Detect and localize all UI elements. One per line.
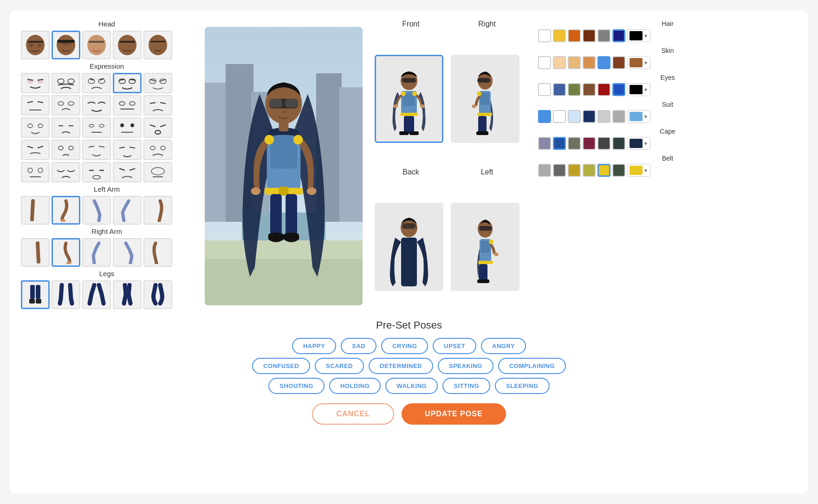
left-arm-3[interactable] <box>82 196 111 225</box>
suit-darkblue[interactable] <box>583 110 596 123</box>
eyes-hazel[interactable] <box>583 83 596 96</box>
hair-color-dropdown[interactable]: ▼ <box>627 29 650 42</box>
left-arm-2[interactable] <box>52 196 80 225</box>
expr-16[interactable] <box>21 140 50 160</box>
skin-tan[interactable] <box>583 56 596 69</box>
cape-olive[interactable] <box>568 137 581 150</box>
eyes-blue[interactable] <box>553 83 566 96</box>
expr-12[interactable] <box>52 117 80 138</box>
expr-19[interactable] <box>113 140 142 160</box>
belt-yellow[interactable] <box>583 164 596 177</box>
skin-peach[interactable] <box>568 56 581 69</box>
skin-blue[interactable] <box>597 56 610 69</box>
right-arm-4[interactable] <box>113 238 142 267</box>
cancel-button[interactable]: CANCEL <box>312 403 394 425</box>
suit-white[interactable] <box>553 110 566 123</box>
expr-8[interactable] <box>82 95 111 116</box>
eyes-white[interactable] <box>538 83 551 96</box>
expr-15[interactable] <box>143 117 172 138</box>
head-option-5[interactable] <box>143 31 172 59</box>
head-option-3[interactable] <box>82 31 111 59</box>
pose-determined[interactable]: DETERMINED <box>369 358 433 374</box>
pose-scared[interactable]: SCARED <box>315 358 364 374</box>
skin-color-dropdown[interactable]: ▼ <box>627 56 650 69</box>
belt-brightyellow[interactable] <box>597 164 610 177</box>
left-arm-1[interactable] <box>21 196 50 225</box>
expr-14[interactable] <box>113 117 142 138</box>
eyes-red[interactable] <box>597 83 610 96</box>
pose-angry[interactable]: ANGRY <box>481 338 526 354</box>
right-arm-1[interactable] <box>21 238 50 267</box>
legs-3[interactable] <box>82 280 111 309</box>
expr-24[interactable] <box>113 162 142 182</box>
hair-color-white[interactable] <box>538 29 551 42</box>
expr-7[interactable] <box>52 95 80 116</box>
hair-color-yellow[interactable] <box>553 29 566 42</box>
hair-color-darkblue[interactable] <box>612 29 625 42</box>
update-pose-button[interactable]: UPDATE POSE <box>402 403 506 425</box>
expr-11[interactable] <box>21 117 50 138</box>
head-option-2[interactable] <box>52 31 80 59</box>
pose-upset[interactable]: UPSET <box>433 338 476 354</box>
suit-lightblue[interactable] <box>568 110 581 123</box>
pose-walking[interactable]: WALKING <box>385 378 438 394</box>
suit-gray[interactable] <box>612 110 625 123</box>
expr-4[interactable] <box>113 73 142 93</box>
right-arm-3[interactable] <box>82 238 111 267</box>
expr-18[interactable] <box>82 140 111 160</box>
belt-darkgreen[interactable] <box>612 164 625 177</box>
right-arm-5[interactable] <box>143 238 172 267</box>
suit-blue[interactable] <box>538 110 551 123</box>
pose-confused[interactable]: CONFUSED <box>252 358 310 374</box>
expr-23[interactable] <box>82 162 111 182</box>
cape-gray[interactable] <box>538 137 551 150</box>
expr-3[interactable] <box>82 73 111 93</box>
expr-9[interactable] <box>113 95 142 116</box>
belt-color-dropdown[interactable]: ▼ <box>627 164 650 177</box>
pose-speaking[interactable]: SPEAKING <box>438 358 493 374</box>
eyes-color-dropdown[interactable]: ▼ <box>627 83 650 96</box>
right-view[interactable] <box>451 55 519 143</box>
pose-sitting[interactable]: SITTING <box>442 378 490 394</box>
head-option-1[interactable] <box>21 31 50 59</box>
suit-color-dropdown[interactable]: ▼ <box>627 110 650 123</box>
expr-6[interactable] <box>21 95 50 116</box>
legs-5[interactable] <box>143 280 172 309</box>
expr-22[interactable] <box>52 162 80 182</box>
cape-teal[interactable] <box>612 137 625 150</box>
pose-complaining[interactable]: COMPLAINING <box>498 358 566 374</box>
hair-color-gray[interactable] <box>597 29 610 42</box>
pose-sleeping[interactable]: SLEEPING <box>495 378 550 394</box>
legs-2[interactable] <box>52 280 80 309</box>
left-arm-5[interactable] <box>143 196 172 225</box>
left-view[interactable] <box>451 203 519 291</box>
expr-10[interactable] <box>143 95 172 116</box>
belt-gray[interactable] <box>553 164 566 177</box>
cape-red[interactable] <box>583 137 596 150</box>
expr-21[interactable] <box>21 162 50 182</box>
expr-17[interactable] <box>52 140 80 160</box>
expr-20[interactable] <box>143 140 172 160</box>
cape-color-dropdown[interactable]: ▼ <box>627 137 650 150</box>
belt-gold[interactable] <box>568 164 581 177</box>
left-arm-4[interactable] <box>113 196 142 225</box>
expr-25[interactable] <box>143 162 172 182</box>
skin-white[interactable] <box>538 56 551 69</box>
pose-sad[interactable]: SAD <box>341 338 377 354</box>
cape-blue[interactable] <box>553 137 566 150</box>
hair-color-brown[interactable] <box>583 29 596 42</box>
expr-1[interactable] <box>21 73 50 93</box>
back-view[interactable] <box>375 203 443 291</box>
head-option-4[interactable] <box>113 31 142 59</box>
skin-brown[interactable] <box>612 56 625 69</box>
belt-silver[interactable] <box>538 164 551 177</box>
cape-darkgray[interactable] <box>597 137 610 150</box>
skin-light[interactable] <box>553 56 566 69</box>
legs-4[interactable] <box>113 280 142 309</box>
legs-1[interactable] <box>21 280 50 309</box>
pose-crying[interactable]: CRYING <box>381 338 428 354</box>
expr-5[interactable] <box>143 73 172 93</box>
suit-silver[interactable] <box>597 110 610 123</box>
expr-2[interactable] <box>52 73 80 93</box>
pose-happy[interactable]: HAPPY <box>292 338 336 354</box>
